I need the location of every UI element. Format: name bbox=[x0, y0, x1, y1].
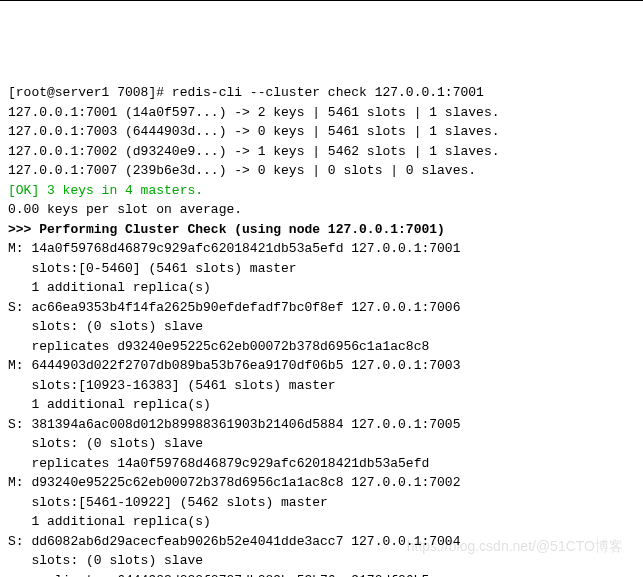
ok-keys-masters: [OK] 3 keys in 4 masters. bbox=[8, 181, 635, 201]
shell-prompt: [root@server1 7008]# bbox=[8, 85, 172, 100]
node-line-3: S: ac66ea9353b4f14fa2625b90efdefadf7bc0f… bbox=[8, 298, 635, 318]
node-line-13: slots:[5461-10922] (5462 slots) master bbox=[8, 493, 635, 513]
command-line: [root@server1 7008]# redis-cli --cluster… bbox=[8, 83, 635, 103]
node-line-11: replicates 14a0f59768d46879c929afc620184… bbox=[8, 454, 635, 474]
node-line-10: slots: (0 slots) slave bbox=[8, 434, 635, 454]
node-line-7: slots:[10923-16383] (5461 slots) master bbox=[8, 376, 635, 396]
node-line-2: 1 additional replica(s) bbox=[8, 278, 635, 298]
node-line-9: S: 381394a6ac008d012b89988361903b21406d5… bbox=[8, 415, 635, 435]
cluster-check-header: >>> Performing Cluster Check (using node… bbox=[8, 220, 635, 240]
command-text: redis-cli --cluster check 127.0.0.1:7001 bbox=[172, 85, 484, 100]
node-line-17: replicates 6444903d022f2707db089ba53b76e… bbox=[8, 571, 635, 578]
summary-line-1: 127.0.0.1:7003 (6444903d...) -> 0 keys |… bbox=[8, 122, 635, 142]
node-line-6: M: 6444903d022f2707db089ba53b76ea9170df0… bbox=[8, 356, 635, 376]
node-line-8: 1 additional replica(s) bbox=[8, 395, 635, 415]
node-line-14: 1 additional replica(s) bbox=[8, 512, 635, 532]
summary-line-3: 127.0.0.1:7007 (239b6e3d...) -> 0 keys |… bbox=[8, 161, 635, 181]
node-line-4: slots: (0 slots) slave bbox=[8, 317, 635, 337]
avg-line: 0.00 keys per slot on average. bbox=[8, 200, 635, 220]
summary-line-0: 127.0.0.1:7001 (14a0f597...) -> 2 keys |… bbox=[8, 103, 635, 123]
node-line-1: slots:[0-5460] (5461 slots) master bbox=[8, 259, 635, 279]
node-line-16: slots: (0 slots) slave bbox=[8, 551, 635, 571]
summary-line-2: 127.0.0.1:7002 (d93240e9...) -> 1 keys |… bbox=[8, 142, 635, 162]
node-line-15: S: dd6082ab6d29acecfeab9026b52e4041dde3a… bbox=[8, 532, 635, 552]
node-line-12: M: d93240e95225c62eb00072b378d6956c1a1ac… bbox=[8, 473, 635, 493]
node-line-5: replicates d93240e95225c62eb00072b378d69… bbox=[8, 337, 635, 357]
node-line-0: M: 14a0f59768d46879c929afc62018421db53a5… bbox=[8, 239, 635, 259]
